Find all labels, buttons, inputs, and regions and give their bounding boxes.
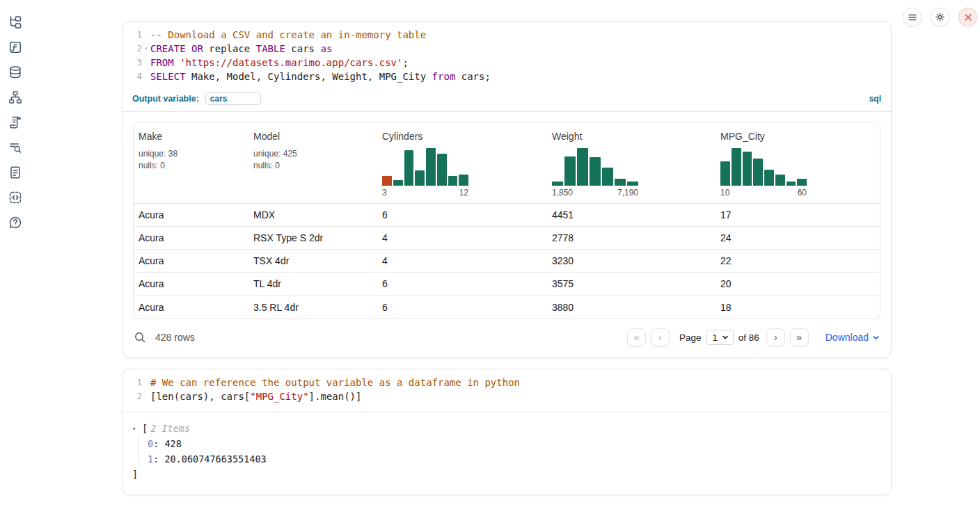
histogram-axis: 312 xyxy=(382,188,468,198)
fold-chevron-icon[interactable]: ▾ xyxy=(142,42,150,56)
table-row: AcuraTL 4dr6357520 xyxy=(134,273,880,296)
column-stats: unique: 38nulls: 0 xyxy=(139,148,248,172)
page-total-label: of 86 xyxy=(738,332,759,343)
tree-entry-value: 428 xyxy=(164,438,181,449)
page-select-value: 1 xyxy=(712,332,717,343)
tree-entry-value: 20.060747663551403 xyxy=(164,453,266,465)
prev-page-button[interactable]: ‹ xyxy=(651,328,670,346)
chevron-down-icon xyxy=(872,334,880,341)
list-search-icon[interactable] xyxy=(8,140,22,154)
close-icon xyxy=(964,13,972,22)
histogram-bar xyxy=(448,176,458,186)
table-row: AcuraTSX 4dr4323022 xyxy=(134,250,880,273)
database-icon[interactable] xyxy=(8,65,22,79)
tree-entry-key: 1 xyxy=(148,453,153,465)
histogram-bar xyxy=(590,157,601,186)
column-histogram[interactable]: 312 xyxy=(382,148,468,198)
table-cell: 22 xyxy=(716,255,880,266)
histogram-bar xyxy=(732,148,741,186)
next-page-button[interactable]: › xyxy=(766,328,785,346)
file-tree-icon[interactable] xyxy=(8,15,22,29)
histogram-bar xyxy=(775,175,785,186)
page-select[interactable]: 1 xyxy=(706,330,733,345)
gear-icon xyxy=(935,12,945,22)
tree-entries: 0: 4281: 20.060747663551403 xyxy=(139,436,881,467)
tree-open-bracket: [ xyxy=(142,421,148,436)
column-name[interactable]: MPG_City xyxy=(720,131,880,142)
histogram-bars xyxy=(382,148,468,186)
line-number: 2 xyxy=(122,42,142,56)
column-name[interactable]: Model xyxy=(253,131,377,142)
table-cell: 3.5 RL 4dr xyxy=(248,302,377,313)
code-token: replace xyxy=(203,42,256,56)
help-icon[interactable] xyxy=(8,216,22,230)
scroll-icon[interactable] xyxy=(8,115,22,129)
table-cell: Acura xyxy=(134,209,248,220)
download-button[interactable]: Download xyxy=(825,332,880,343)
download-label: Download xyxy=(825,332,869,343)
line-number: 3 xyxy=(122,56,142,70)
histogram-bars xyxy=(720,148,807,186)
line-number: 1 xyxy=(122,28,142,42)
column-histogram[interactable]: 1,8507,190 xyxy=(552,148,638,198)
first-page-button[interactable]: « xyxy=(627,328,646,346)
column-histogram[interactable]: 1060 xyxy=(720,148,807,198)
dependency-graph-icon[interactable] xyxy=(8,90,22,104)
output-variable-input[interactable] xyxy=(205,92,261,105)
table-cell: 4 xyxy=(377,232,547,243)
code-token: 'https://datasets.marimo.app/cars.csv' xyxy=(180,56,402,70)
last-page-button[interactable]: » xyxy=(790,328,809,346)
sql-code-editor[interactable]: 1-- Download a CSV and create an in-memo… xyxy=(122,22,891,89)
page-label: Page xyxy=(679,332,702,343)
language-badge: sql xyxy=(869,94,881,104)
tree-root: ▾[ 2 Items xyxy=(132,421,881,436)
python-cell: 1# We can reference the output variable … xyxy=(122,369,892,495)
table-cell: RSX Type S 2dr xyxy=(248,232,377,243)
python-output: ▾[ 2 Items 0: 4281: 20.060747663551403 ] xyxy=(122,412,891,494)
column-header-weight: Weight1,8507,190 xyxy=(547,122,716,203)
histogram-bar xyxy=(627,182,638,186)
table-cell: 24 xyxy=(716,232,880,243)
fold-gutter xyxy=(142,56,150,70)
histogram-bar xyxy=(437,154,447,186)
python-code-editor[interactable]: 1# We can reference the output variable … xyxy=(122,369,891,412)
chevron-down-icon xyxy=(722,334,729,341)
table-footer: 428 rows « ‹ Page 1 of 86 › » Download xyxy=(122,319,891,357)
table-cell: Acura xyxy=(134,302,248,313)
code-token: -- Download a CSV and create an in-memor… xyxy=(150,28,426,42)
line-number: 1 xyxy=(122,376,142,389)
collapse-chevron-icon[interactable]: ▾ xyxy=(132,421,142,436)
code-line: 4SELECT Make, Model, Cylinders, Weight, … xyxy=(122,70,891,83)
table-cell: 6 xyxy=(377,209,547,220)
histogram-bar xyxy=(382,176,392,186)
code-snippet-icon[interactable] xyxy=(8,191,22,204)
code-token: "MPG_City" xyxy=(250,389,308,403)
histogram-bar xyxy=(577,148,588,186)
menu-button[interactable] xyxy=(903,8,922,26)
code-token: SELECT xyxy=(150,70,186,83)
column-name[interactable]: Make xyxy=(139,131,248,142)
table-cell: MDX xyxy=(248,209,377,220)
column-stats: unique: 425nulls: 0 xyxy=(253,148,377,172)
histogram-bar xyxy=(404,150,414,186)
close-button[interactable] xyxy=(958,8,977,26)
table-cell: 6 xyxy=(377,302,547,313)
histogram-bars xyxy=(552,148,638,186)
search-icon[interactable] xyxy=(134,331,146,344)
histogram-bar xyxy=(720,161,730,186)
sidebar xyxy=(0,0,31,507)
notebook-area: 1-- Download a CSV and create an in-memo… xyxy=(122,21,892,495)
column-name[interactable]: Weight xyxy=(552,131,716,142)
fold-gutter xyxy=(142,70,150,83)
table-cell: 20 xyxy=(716,278,880,289)
document-icon[interactable] xyxy=(8,166,22,179)
fold-gutter xyxy=(142,376,150,389)
code-token: FROM xyxy=(150,56,174,70)
table-cell: 18 xyxy=(716,302,880,313)
function-icon[interactable] xyxy=(8,40,22,54)
topbar-actions xyxy=(903,8,977,26)
histogram-bar xyxy=(764,170,774,186)
menu-icon xyxy=(908,13,917,22)
settings-button[interactable] xyxy=(931,8,949,26)
column-name[interactable]: Cylinders xyxy=(382,131,547,142)
